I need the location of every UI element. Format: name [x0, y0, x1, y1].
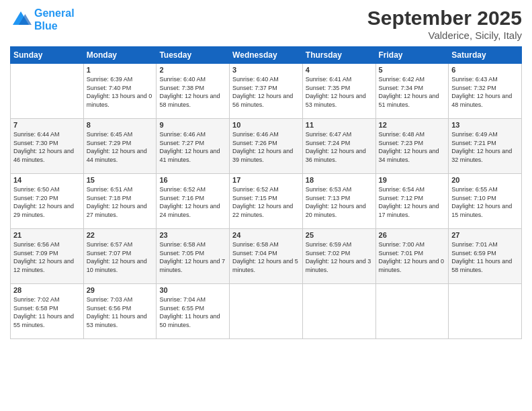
day-header-sunday: Sunday	[11, 47, 84, 64]
day-number: 25	[306, 231, 373, 239]
cell-info: Sunrise: 6:59 AM Sunset: 7:02 PM Dayligh…	[306, 240, 373, 274]
calendar-cell	[230, 284, 303, 339]
calendar-cell: 7Sunrise: 6:44 AM Sunset: 7:30 PM Daylig…	[11, 119, 84, 174]
calendar-cell: 9Sunrise: 6:46 AM Sunset: 7:27 PM Daylig…	[157, 119, 230, 174]
calendar-cell: 20Sunrise: 6:55 AM Sunset: 7:10 PM Dayli…	[449, 174, 522, 229]
calendar-cell: 17Sunrise: 6:52 AM Sunset: 7:15 PM Dayli…	[230, 174, 303, 229]
cell-info: Sunrise: 7:02 AM Sunset: 6:58 PM Dayligh…	[13, 295, 81, 329]
calendar-cell	[375, 284, 449, 339]
cell-info: Sunrise: 6:55 AM Sunset: 7:10 PM Dayligh…	[451, 185, 519, 219]
calendar-cell: 14Sunrise: 6:50 AM Sunset: 7:20 PM Dayli…	[11, 174, 84, 229]
calendar-cell: 22Sunrise: 6:57 AM Sunset: 7:07 PM Dayli…	[83, 229, 157, 284]
calendar-cell: 3Sunrise: 6:40 AM Sunset: 7:37 PM Daylig…	[230, 64, 303, 119]
calendar-cell: 27Sunrise: 7:01 AM Sunset: 6:59 PM Dayli…	[449, 229, 522, 284]
logo-icon	[10, 9, 32, 30]
week-row-2: 7Sunrise: 6:44 AM Sunset: 7:30 PM Daylig…	[11, 119, 522, 174]
day-number: 1	[87, 66, 154, 74]
header-row: SundayMondayTuesdayWednesdayThursdayFrid…	[11, 47, 522, 64]
cell-info: Sunrise: 6:39 AM Sunset: 7:40 PM Dayligh…	[87, 75, 154, 109]
week-row-5: 28Sunrise: 7:02 AM Sunset: 6:58 PM Dayli…	[11, 284, 522, 339]
day-number: 17	[232, 176, 300, 184]
calendar-cell: 30Sunrise: 7:04 AM Sunset: 6:55 PM Dayli…	[157, 284, 230, 339]
cell-info: Sunrise: 6:51 AM Sunset: 7:18 PM Dayligh…	[87, 185, 154, 219]
day-number: 4	[306, 66, 373, 74]
cell-info: Sunrise: 6:40 AM Sunset: 7:38 PM Dayligh…	[159, 75, 226, 109]
week-row-1: 1Sunrise: 6:39 AM Sunset: 7:40 PM Daylig…	[11, 64, 522, 119]
calendar-cell	[11, 64, 84, 119]
day-number: 20	[451, 176, 519, 184]
calendar-cell: 11Sunrise: 6:47 AM Sunset: 7:24 PM Dayli…	[302, 119, 375, 174]
location: Valderice, Sicily, Italy	[367, 30, 522, 41]
cell-info: Sunrise: 6:41 AM Sunset: 7:35 PM Dayligh…	[306, 75, 373, 109]
calendar-cell: 5Sunrise: 6:42 AM Sunset: 7:34 PM Daylig…	[375, 64, 449, 119]
calendar-cell: 1Sunrise: 6:39 AM Sunset: 7:40 PM Daylig…	[83, 64, 157, 119]
calendar-cell: 24Sunrise: 6:58 AM Sunset: 7:04 PM Dayli…	[230, 229, 303, 284]
day-number: 15	[87, 176, 154, 184]
calendar-cell: 8Sunrise: 6:45 AM Sunset: 7:29 PM Daylig…	[83, 119, 157, 174]
day-number: 10	[232, 121, 300, 129]
day-number: 28	[13, 286, 81, 294]
day-number: 2	[159, 66, 226, 74]
day-header-wednesday: Wednesday	[230, 47, 303, 64]
calendar-cell: 13Sunrise: 6:49 AM Sunset: 7:21 PM Dayli…	[449, 119, 522, 174]
calendar-cell: 29Sunrise: 7:03 AM Sunset: 6:56 PM Dayli…	[83, 284, 157, 339]
day-number: 5	[379, 66, 446, 74]
cell-info: Sunrise: 6:53 AM Sunset: 7:13 PM Dayligh…	[306, 185, 373, 219]
calendar-cell: 19Sunrise: 6:54 AM Sunset: 7:12 PM Dayli…	[375, 174, 449, 229]
day-number: 19	[379, 176, 446, 184]
calendar-cell: 26Sunrise: 7:00 AM Sunset: 7:01 PM Dayli…	[375, 229, 449, 284]
logo-line2: Blue	[34, 20, 58, 32]
day-number: 21	[13, 231, 81, 239]
day-number: 3	[232, 66, 300, 74]
day-number: 8	[87, 121, 154, 129]
cell-info: Sunrise: 7:03 AM Sunset: 6:56 PM Dayligh…	[87, 295, 154, 329]
cell-info: Sunrise: 6:45 AM Sunset: 7:29 PM Dayligh…	[87, 130, 154, 164]
calendar-cell: 6Sunrise: 6:43 AM Sunset: 7:32 PM Daylig…	[449, 64, 522, 119]
day-number: 26	[379, 231, 446, 239]
day-number: 9	[159, 121, 226, 129]
day-header-friday: Friday	[375, 47, 449, 64]
cell-info: Sunrise: 6:52 AM Sunset: 7:15 PM Dayligh…	[232, 185, 300, 219]
cell-info: Sunrise: 7:04 AM Sunset: 6:55 PM Dayligh…	[159, 295, 226, 329]
day-number: 12	[379, 121, 446, 129]
calendar-table: SundayMondayTuesdayWednesdayThursdayFrid…	[10, 46, 522, 339]
cell-info: Sunrise: 6:57 AM Sunset: 7:07 PM Dayligh…	[87, 240, 154, 274]
day-header-tuesday: Tuesday	[157, 47, 230, 64]
day-number: 7	[13, 121, 81, 129]
calendar-cell: 18Sunrise: 6:53 AM Sunset: 7:13 PM Dayli…	[302, 174, 375, 229]
day-number: 16	[159, 176, 226, 184]
month-title: September 2025	[367, 7, 522, 30]
calendar-cell: 16Sunrise: 6:52 AM Sunset: 7:16 PM Dayli…	[157, 174, 230, 229]
day-number: 27	[451, 231, 519, 239]
day-number: 18	[306, 176, 373, 184]
day-header-thursday: Thursday	[302, 47, 375, 64]
cell-info: Sunrise: 6:49 AM Sunset: 7:21 PM Dayligh…	[451, 130, 519, 164]
cell-info: Sunrise: 6:56 AM Sunset: 7:09 PM Dayligh…	[13, 240, 81, 274]
cell-info: Sunrise: 6:47 AM Sunset: 7:24 PM Dayligh…	[306, 130, 373, 164]
cell-info: Sunrise: 6:58 AM Sunset: 7:04 PM Dayligh…	[232, 240, 300, 274]
calendar-cell: 25Sunrise: 6:59 AM Sunset: 7:02 PM Dayli…	[302, 229, 375, 284]
logo-line1: General	[34, 7, 75, 19]
cell-info: Sunrise: 6:42 AM Sunset: 7:34 PM Dayligh…	[379, 75, 446, 109]
day-header-saturday: Saturday	[449, 47, 522, 64]
day-header-monday: Monday	[83, 47, 157, 64]
calendar-cell	[302, 284, 375, 339]
cell-info: Sunrise: 6:46 AM Sunset: 7:27 PM Dayligh…	[159, 130, 226, 164]
calendar-cell: 12Sunrise: 6:48 AM Sunset: 7:23 PM Dayli…	[375, 119, 449, 174]
cell-info: Sunrise: 6:54 AM Sunset: 7:12 PM Dayligh…	[379, 185, 446, 219]
calendar-cell	[449, 284, 522, 339]
cell-info: Sunrise: 6:44 AM Sunset: 7:30 PM Dayligh…	[13, 130, 81, 164]
page: General Blue September 2025 Valderice, S…	[0, 0, 532, 411]
day-number: 14	[13, 176, 81, 184]
cell-info: Sunrise: 6:40 AM Sunset: 7:37 PM Dayligh…	[232, 75, 300, 109]
day-number: 23	[159, 231, 226, 239]
header: General Blue September 2025 Valderice, S…	[10, 7, 522, 41]
week-row-4: 21Sunrise: 6:56 AM Sunset: 7:09 PM Dayli…	[11, 229, 522, 284]
day-number: 11	[306, 121, 373, 129]
cell-info: Sunrise: 6:52 AM Sunset: 7:16 PM Dayligh…	[159, 185, 226, 219]
cell-info: Sunrise: 6:43 AM Sunset: 7:32 PM Dayligh…	[451, 75, 519, 109]
cell-info: Sunrise: 7:01 AM Sunset: 6:59 PM Dayligh…	[451, 240, 519, 274]
day-number: 24	[232, 231, 300, 239]
calendar-cell: 2Sunrise: 6:40 AM Sunset: 7:38 PM Daylig…	[157, 64, 230, 119]
calendar-cell: 15Sunrise: 6:51 AM Sunset: 7:18 PM Dayli…	[83, 174, 157, 229]
